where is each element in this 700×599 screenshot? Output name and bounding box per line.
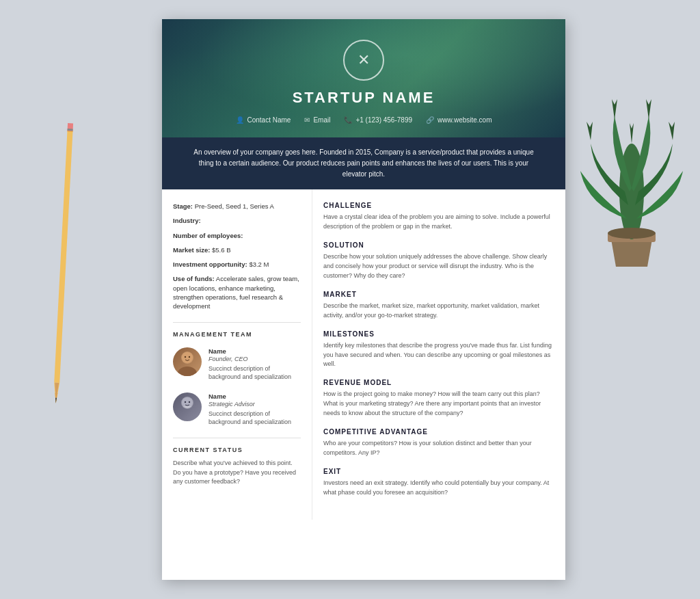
- svg-point-14: [185, 356, 186, 357]
- member-2-name: Name: [208, 392, 301, 400]
- competitive-advantage-body: Who are your competitors? How is your so…: [323, 439, 553, 458]
- challenge-section: CHALLENGE Have a crystal clear idea of t…: [323, 202, 553, 232]
- challenge-body: Have a crystal clear idea of the problem…: [323, 213, 553, 232]
- member-2-description: Succinct description of background and s…: [208, 410, 301, 427]
- contact-website-item: 🔗 www.website.com: [426, 116, 492, 124]
- info-section: Stage: Pre-Seed, Seed 1, Series A Indust…: [173, 202, 301, 311]
- competitive-advantage-title: COMPETITIVE ADVANTAGE: [323, 428, 553, 436]
- exit-section: EXIT Investors need an exit strategy. Id…: [323, 468, 553, 498]
- right-column: CHALLENGE Have a crystal clear idea of t…: [312, 189, 565, 520]
- member-2-title: Strategic Advisor: [208, 401, 301, 408]
- document: ✕ STARTUP NAME 👤 Contact Name ✉ Email 📞 …: [162, 19, 565, 580]
- page-wrapper: ✕ STARTUP NAME 👤 Contact Name ✉ Email 📞 …: [0, 0, 700, 599]
- member-2-info: Name Strategic Advisor Succinct descript…: [208, 392, 301, 427]
- contact-phone: +1 (123) 456-7899: [355, 116, 412, 124]
- svg-point-19: [185, 401, 186, 403]
- exit-body: Investors need an exit strategy. Identif…: [323, 479, 553, 498]
- document-body: Stage: Pre-Seed, Seed 1, Series A Indust…: [162, 189, 565, 520]
- svg-point-20: [189, 401, 190, 403]
- svg-rect-0: [54, 130, 72, 383]
- avatar-2: [173, 392, 202, 421]
- challenge-title: CHALLENGE: [323, 202, 553, 209]
- description-band: An overview of your company goes here. F…: [162, 137, 565, 189]
- contact-website: www.website.com: [438, 116, 492, 124]
- current-status-section: CURRENT STATUS Describe what you've achi…: [173, 438, 301, 487]
- investment-value: $3.2 M: [249, 261, 269, 268]
- pencil-decoration: [49, 116, 78, 417]
- revenue-model-section: REVENUE MODEL How is the project going t…: [323, 379, 553, 418]
- milestones-title: MILESTONES: [323, 330, 553, 338]
- contact-name: Contact Name: [247, 116, 291, 124]
- use-of-funds-item: Use of funds: Accelerate sales, grow tea…: [173, 274, 301, 310]
- market-title: MARKET: [323, 291, 553, 298]
- revenue-model-title: REVENUE MODEL: [323, 379, 553, 386]
- solution-title: SOLUTION: [323, 241, 553, 249]
- company-description: An overview of your company goes here. F…: [189, 147, 538, 180]
- investment-item: Investment opportunity: $3.2 M: [173, 260, 301, 269]
- management-team-section: MANAGEMENT TEAM: [173, 322, 301, 427]
- plant-decoration: [574, 55, 690, 274]
- startup-name: STARTUP NAME: [176, 89, 552, 107]
- member-1-info: Name Founder, CEO Succinct description o…: [208, 347, 301, 382]
- person-icon: 👤: [236, 116, 244, 124]
- market-section: MARKET Describe the market, market size,…: [323, 291, 553, 321]
- svg-point-15: [189, 356, 190, 357]
- document-header: ✕ STARTUP NAME 👤 Contact Name ✉ Email 📞 …: [162, 19, 565, 137]
- stage-value: Pre-Seed, Seed 1, Series A: [195, 202, 274, 210]
- contact-bar: 👤 Contact Name ✉ Email 📞 +1 (123) 456-78…: [176, 116, 552, 124]
- avatar-1: [173, 347, 202, 376]
- competitive-advantage-section: COMPETITIVE ADVANTAGE Who are your compe…: [323, 428, 553, 458]
- employees-label: Number of employees:: [173, 232, 243, 239]
- logo-icon: ✕: [358, 51, 370, 69]
- contact-email-item: ✉ Email: [304, 116, 330, 124]
- market-size-value: $5.6 B: [212, 246, 230, 254]
- solution-body: Describe how your solution uniquely addr…: [323, 252, 553, 281]
- current-status-body: Describe what you've achieved to this po…: [173, 459, 301, 487]
- employees-item: Number of employees:: [173, 231, 301, 240]
- current-status-title: CURRENT STATUS: [173, 447, 301, 453]
- industry-item: Industry:: [173, 216, 301, 225]
- svg-point-12: [178, 367, 197, 376]
- svg-point-10: [608, 228, 656, 239]
- use-of-funds-label: Use of funds:: [173, 275, 215, 282]
- contact-email: Email: [313, 116, 330, 124]
- web-icon: 🔗: [426, 116, 434, 124]
- svg-rect-4: [68, 129, 73, 131]
- member-1-title: Founder, CEO: [208, 356, 301, 362]
- management-team-title: MANAGEMENT TEAM: [173, 322, 301, 338]
- milestones-body: Identify key milestones that describe th…: [323, 341, 553, 370]
- team-member-2: Name Strategic Advisor Succinct descript…: [173, 392, 301, 427]
- left-column: Stage: Pre-Seed, Seed 1, Series A Indust…: [162, 189, 312, 520]
- solution-section: SOLUTION Describe how your solution uniq…: [323, 241, 553, 281]
- stage-item: Stage: Pre-Seed, Seed 1, Series A: [173, 202, 301, 211]
- revenue-model-body: How is the project going to make money? …: [323, 390, 553, 418]
- member-1-description: Succinct description of background and s…: [208, 364, 301, 382]
- phone-icon: 📞: [344, 116, 352, 124]
- exit-title: EXIT: [323, 468, 553, 475]
- svg-point-13: [182, 352, 193, 363]
- industry-label: Industry:: [173, 217, 201, 224]
- contact-phone-item: 📞 +1 (123) 456-7899: [344, 116, 412, 124]
- market-size-item: Market size: $5.6 B: [173, 245, 301, 254]
- stage-label: Stage:: [173, 202, 193, 210]
- team-member-1: Name Founder, CEO Succinct description o…: [173, 347, 301, 382]
- market-body: Describe the market, market size, market…: [323, 302, 553, 321]
- member-1-name: Name: [208, 347, 301, 355]
- email-icon: ✉: [304, 116, 310, 124]
- investment-label: Investment opportunity:: [173, 261, 247, 268]
- market-size-label: Market size:: [173, 246, 210, 254]
- milestones-section: MILESTONES Identify key milestones that …: [323, 330, 553, 370]
- logo-circle: ✕: [343, 40, 384, 81]
- contact-name-item: 👤 Contact Name: [236, 116, 291, 124]
